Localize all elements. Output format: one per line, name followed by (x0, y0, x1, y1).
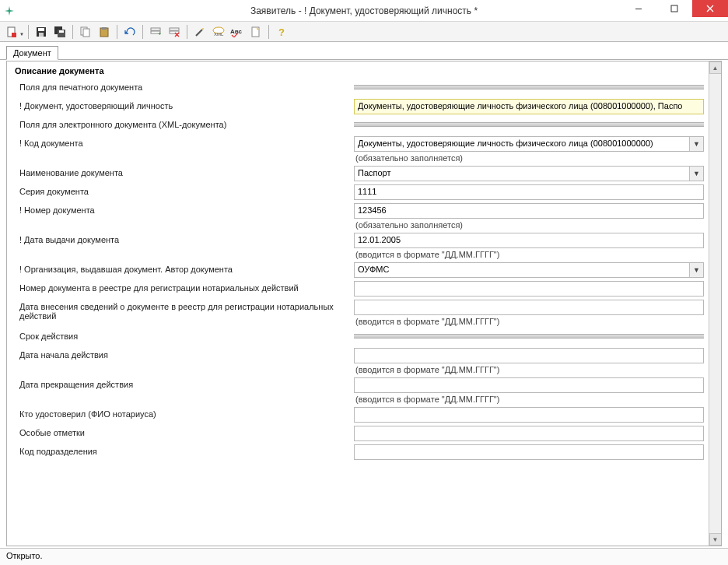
label-doc-name: Наименование документа (12, 166, 354, 177)
new-doc-icon (6, 26, 17, 37)
label-issue-date: ! Дата выдачи документа (12, 233, 354, 244)
dept-code-input[interactable] (354, 444, 704, 460)
svg-rect-6 (39, 33, 44, 37)
label-doc-series: Серия документа (12, 184, 354, 196)
save-icon (36, 26, 47, 37)
scroll-down-button[interactable]: ▼ (709, 533, 722, 546)
issuer-org-combo[interactable]: ОУФМС (354, 262, 704, 278)
doc-code-combo[interactable]: Документы, удостоверяющие личность физич… (354, 136, 704, 152)
wand-icon (194, 26, 205, 37)
svg-text:Авс: Авс (230, 28, 242, 35)
help-button[interactable]: ? (273, 23, 290, 40)
toolbar-separator (187, 25, 187, 39)
section-rule (354, 122, 704, 127)
label-doc-number: ! Номер документа (12, 203, 354, 215)
hint-required: (обязательно заполняется) (354, 220, 704, 230)
minimize-button[interactable] (621, 0, 656, 17)
identity-doc-field[interactable]: Документы, удостоверяющие личность физич… (354, 99, 704, 114)
minimize-icon (635, 5, 642, 12)
svg-point-19 (202, 28, 204, 30)
label-doc-code: ! Код документа (12, 136, 354, 148)
tab-strip: Документ (0, 42, 728, 60)
abc-icon: Авс (230, 26, 244, 37)
tab-document[interactable]: Документ (6, 46, 58, 60)
scroll-up-button[interactable]: ▲ (709, 61, 722, 74)
saveall-icon (54, 26, 65, 37)
chevron-down-icon[interactable]: ▼ (689, 137, 703, 151)
issue-date-input[interactable]: 12.01.2005 (354, 233, 704, 248)
registry-number-input[interactable] (354, 281, 704, 297)
delrow-button[interactable] (166, 23, 183, 40)
end-date-input[interactable] (354, 377, 704, 393)
hint-date-format: (вводится в формате "ДД.ММ.ГГГГ") (354, 395, 704, 404)
doc-number-input[interactable]: 123456 (354, 203, 704, 219)
save-button[interactable] (33, 23, 50, 40)
doc-name-combo[interactable]: Паспорт (354, 166, 704, 181)
help-icon: ? (276, 26, 287, 37)
label-start-date: Дата начала действия (12, 348, 354, 360)
status-text: Открыто. (6, 551, 43, 560)
toolbar-separator (142, 25, 143, 39)
status-bar: Открыто. (0, 548, 728, 565)
maximize-button[interactable] (656, 0, 692, 17)
group-title: Описание документа (12, 66, 704, 77)
delrow-icon (169, 26, 180, 37)
svg-text:XML: XML (214, 32, 224, 37)
section-rule (354, 85, 704, 89)
toolbar-separator (28, 25, 29, 39)
undo-icon (124, 26, 135, 37)
svg-text:?: ? (278, 26, 285, 37)
label-issuer-org: ! Организация, выдавшая документ. Автор … (12, 262, 354, 274)
maximize-icon (670, 5, 678, 12)
svg-rect-3 (12, 33, 16, 37)
wand-button[interactable] (191, 23, 208, 40)
hint-date-format: (вводится в формате "ДД.ММ.ГГГГ") (354, 250, 704, 259)
toolbar: ▼ + XML Авс ? (0, 22, 728, 42)
label-registry-date: Дата внесения сведений о документе в рее… (12, 300, 354, 321)
paste-icon (99, 26, 110, 37)
svg-rect-1 (671, 5, 677, 12)
new-button[interactable] (3, 23, 20, 40)
doc-series-input[interactable]: 1111 (354, 184, 704, 200)
chevron-down-icon[interactable]: ▼ (689, 167, 703, 181)
hint-date-format: (вводится в формате "ДД.ММ.ГГГГ") (354, 365, 704, 374)
xml-icon: XML (212, 26, 225, 37)
close-button[interactable] (692, 0, 728, 17)
svg-text:+: + (158, 30, 161, 37)
label-dept-code: Код подразделения (12, 444, 354, 456)
svg-rect-18 (170, 31, 179, 33)
svg-rect-11 (83, 29, 89, 37)
label-identity-doc: ! Документ, удостоверяющий личность (12, 99, 354, 111)
title-bar: Заявитель - ! Документ, удостоверяющий л… (0, 0, 728, 22)
start-date-input[interactable] (354, 348, 704, 363)
copy-button[interactable] (77, 23, 94, 40)
hint-date-format: (вводится в формате "ДД.ММ.ГГГГ") (354, 317, 704, 326)
paste-button[interactable] (96, 23, 113, 40)
svg-rect-13 (102, 27, 107, 30)
toolbar-separator (117, 25, 117, 39)
undo-button[interactable] (121, 23, 138, 40)
label-registry-number: Номер документа в реестре для регистраци… (12, 281, 354, 293)
chevron-down-icon[interactable]: ▼ (689, 263, 703, 277)
special-marks-input[interactable] (354, 426, 704, 441)
addrow-button[interactable]: + (147, 23, 164, 40)
label-certified-by: Кто удостоверил (ФИО нотариуса) (12, 407, 354, 419)
label-print-fields: Поля для печатного документа (12, 80, 354, 92)
registry-date-input[interactable] (354, 300, 704, 315)
certified-by-input[interactable] (354, 407, 704, 423)
xml-button[interactable]: XML (210, 23, 227, 40)
section-rule (354, 334, 704, 339)
window-controls (621, 0, 728, 21)
hint-required: (обязательно заполняется) (354, 153, 704, 163)
saveall-button[interactable] (51, 23, 68, 40)
new-dropdown[interactable]: ▼ (19, 32, 24, 37)
page-button[interactable] (247, 23, 264, 40)
label-xml-fields: Поля для электронного документа (XML-док… (12, 118, 354, 129)
page-icon (250, 26, 261, 37)
close-icon (706, 5, 714, 12)
spellcheck-button[interactable]: Авс (229, 23, 246, 40)
addrow-icon: + (150, 26, 161, 37)
vertical-scrollbar[interactable]: ▲ ▼ (709, 61, 721, 546)
label-validity: Срок действия (12, 329, 354, 341)
svg-rect-9 (59, 30, 64, 33)
